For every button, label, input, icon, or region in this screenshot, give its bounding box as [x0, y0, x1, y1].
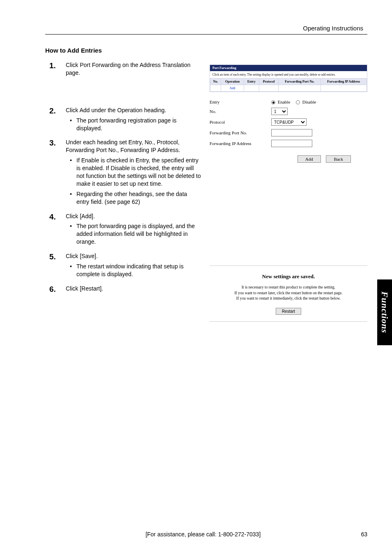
fig1-desc: Click an item of each entry. The setting…: [210, 71, 367, 78]
radio-enable[interactable]: [271, 100, 275, 104]
radio-disable[interactable]: [296, 100, 300, 104]
step-5: Click [Save]. The restart window indicat…: [45, 252, 201, 278]
step-lead: Under each heading set Entry, No., Proto…: [66, 138, 201, 154]
input-forwarding-ip[interactable]: [271, 140, 312, 147]
page-header-section: Operating Instructions: [45, 25, 367, 32]
th-fport: Forwarding Port No.: [279, 78, 321, 85]
step-lead: Click [Save].: [66, 252, 201, 260]
section-title: How to Add Entries: [45, 47, 367, 54]
label-protocol: Protocol: [210, 120, 271, 125]
figures-column: Port Forwarding Click an item of each en…: [210, 61, 367, 322]
fig3-message: It is necessary to restart this product …: [214, 285, 363, 301]
fig1-title: Port Forwarding: [210, 65, 367, 71]
step-bullet: Regarding the other headings, see the da…: [66, 190, 201, 206]
fig-saved-settings: New settings are saved. It is necessary …: [210, 265, 367, 322]
th-no: No.: [210, 78, 221, 85]
radio-enable-label: Enable: [278, 99, 291, 104]
step-lead: Click Add under the Operation heading.: [66, 106, 201, 114]
header-rule: [45, 34, 367, 35]
step-lead: Click [Restart].: [66, 285, 201, 293]
step-3: Under each heading set Entry, No., Proto…: [45, 138, 201, 205]
step-6: Click [Restart].: [45, 285, 201, 293]
step-4: Click [Add]. The port forwarding page is…: [45, 212, 201, 246]
label-forwarding-port: Forwarding Port No.: [210, 130, 271, 135]
step-lead: Click [Add].: [66, 212, 201, 220]
back-button[interactable]: Back: [326, 155, 351, 163]
th-protocol: Protocol: [259, 78, 279, 85]
steps-column: Click Port Forwarding on the Address Tra…: [45, 61, 201, 322]
step-bullet: The port forwarding registration page is…: [66, 117, 201, 132]
step-2: Click Add under the Operation heading. T…: [45, 106, 201, 132]
step-bullet: The port forwarding page is displayed, a…: [66, 222, 201, 246]
th-fip: Forwarding IP Address: [321, 78, 367, 85]
select-no[interactable]: 1: [271, 108, 288, 115]
add-button[interactable]: Add: [297, 155, 321, 163]
select-protocol[interactable]: TCP&UDP: [271, 118, 307, 126]
fig-entry-form: Entry Enable Disable No. 1 Protocol: [210, 99, 367, 163]
th-operation: Operation: [221, 78, 244, 85]
restart-button[interactable]: Restart: [276, 308, 301, 315]
step-bullet: If Enable is checked in Entry, the speci…: [66, 157, 201, 188]
label-no: No.: [210, 109, 271, 114]
input-forwarding-port[interactable]: [271, 129, 312, 136]
fig1-table: No. Operation Entry Protocol Forwarding …: [210, 78, 367, 92]
radio-disable-label: Disable: [302, 99, 316, 104]
step-1: Click Port Forwarding on the Address Tra…: [45, 61, 201, 77]
step-lead: Click Port Forwarding on the Address Tra…: [66, 61, 201, 77]
th-entry: Entry: [244, 78, 259, 85]
label-forwarding-ip: Forwarding IP Address: [210, 141, 271, 146]
side-tab-functions: Functions: [377, 279, 392, 345]
footer-assist: [For assistance, please call: 1-800-272-…: [145, 531, 261, 538]
footer-page-number: 63: [361, 531, 367, 538]
fig-port-forwarding-table: Port Forwarding Click an item of each en…: [210, 65, 367, 92]
step-bullet: The restart window indicating that setup…: [66, 263, 201, 278]
label-entry: Entry: [210, 99, 271, 104]
fig3-heading: New settings are saved.: [214, 273, 363, 280]
side-tab-label: Functions: [379, 291, 390, 333]
fig1-add-link[interactable]: Add: [230, 86, 235, 90]
